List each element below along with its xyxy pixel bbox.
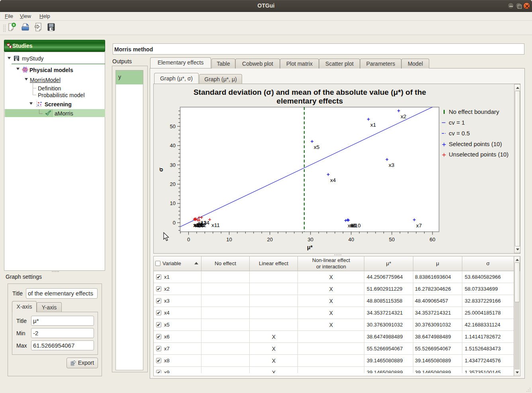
svg-text:cv = 0.5: cv = 0.5 xyxy=(449,130,470,137)
svg-text:x4: x4 xyxy=(330,177,336,183)
svg-text:x3: x3 xyxy=(389,162,394,168)
svg-text:x2: x2 xyxy=(401,113,406,119)
svg-text:x7: x7 xyxy=(416,223,422,229)
svg-text:cv = 1: cv = 1 xyxy=(449,119,465,126)
svg-text:Standard deviation (σ) and mea: Standard deviation (σ) and mean of the a… xyxy=(194,88,426,96)
svg-text:Unselected points (10): Unselected points (10) xyxy=(449,151,509,158)
svg-text:x1: x1 xyxy=(370,122,376,128)
svg-text:40: 40 xyxy=(170,143,176,149)
svg-text:30: 30 xyxy=(308,237,313,242)
svg-text:10: 10 xyxy=(226,237,232,242)
svg-text:60: 60 xyxy=(430,237,435,242)
svg-text:x10: x10 xyxy=(352,223,361,229)
svg-text:x5: x5 xyxy=(314,144,319,150)
svg-text:σ: σ xyxy=(158,168,164,172)
svg-text:x11: x11 xyxy=(211,222,220,228)
svg-text:20: 20 xyxy=(170,181,176,187)
svg-text:10: 10 xyxy=(170,200,176,206)
svg-text:x20: x20 xyxy=(195,223,204,229)
svg-text:0: 0 xyxy=(173,220,176,226)
svg-text:0: 0 xyxy=(187,237,190,242)
svg-text:elementary effects: elementary effects xyxy=(277,97,343,105)
svg-text:Selected points (10): Selected points (10) xyxy=(449,141,502,147)
svg-text:50: 50 xyxy=(389,237,395,242)
svg-text:30: 30 xyxy=(170,162,176,168)
svg-text:40: 40 xyxy=(348,237,354,242)
svg-text:50: 50 xyxy=(170,123,176,129)
svg-text:μ*: μ* xyxy=(307,244,313,250)
svg-text:20: 20 xyxy=(267,237,272,242)
svg-text:No effect boundary: No effect boundary xyxy=(449,108,499,115)
